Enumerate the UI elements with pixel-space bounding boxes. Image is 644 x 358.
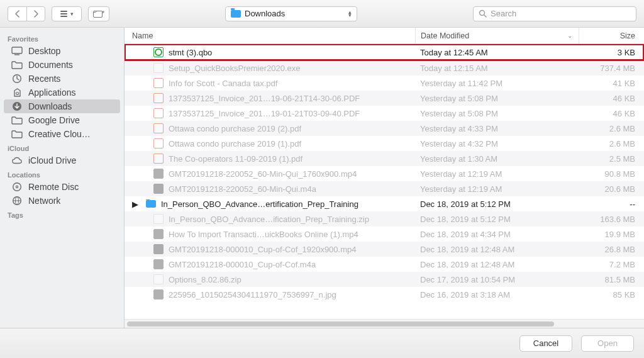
view-mode-button[interactable]: ▾ [52, 6, 82, 21]
file-icon [153, 47, 164, 57]
file-name: GMT20191218-220052_60-Min-Qui.m4a [169, 184, 316, 194]
column-name[interactable]: Name [125, 31, 415, 40]
cancel-button[interactable]: Cancel [519, 335, 572, 352]
path-label: Downloads [245, 9, 285, 18]
popup-arrows-icon: ▴▾ [348, 11, 352, 17]
table-row[interactable]: Options_8.02.86.zipDec 17, 2019 at 10:54… [125, 272, 644, 287]
sidebar-item-documents[interactable]: Documents [0, 58, 124, 72]
file-date: Yesterday at 12:19 AM [415, 184, 579, 194]
sidebar-item-desktop[interactable]: Desktop [0, 44, 124, 58]
table-row[interactable]: 1373537125_Invoice_201…19-06-21T14-30-06… [125, 91, 644, 106]
sidebar-item-network[interactable]: Network [0, 194, 124, 208]
file-name: In_Person_QBO_Advance…ertification_Prep_… [161, 199, 358, 209]
scrollbar-thumb[interactable] [127, 322, 554, 327]
file-size: 2.6 MB [579, 139, 644, 148]
folder-icon [11, 130, 23, 138]
file-date: Yesterday at 1:30 AM [415, 154, 579, 164]
horizontal-scrollbar[interactable] [125, 319, 644, 328]
file-icon [153, 123, 164, 133]
file-date: Dec 18, 2019 at 4:34 PM [415, 230, 579, 239]
sidebar-heading: Favorites [0, 31, 124, 44]
sidebar-item-applications[interactable]: Applications [0, 86, 124, 99]
file-list[interactable]: stmt (3).qboToday at 12:45 AM3 KBSetup_Q… [125, 44, 644, 319]
file-icon [153, 259, 164, 269]
file-date: Dec 16, 2019 at 3:18 AM [415, 290, 579, 299]
sidebar-item-label: iCloud Drive [28, 155, 76, 165]
sidebar-heading: Tags [0, 208, 124, 220]
file-name: Ottawa condo purchase 2019 (1).pdf [169, 139, 301, 148]
sidebar-item-downloads[interactable]: Downloads [4, 99, 120, 113]
table-row[interactable]: Info for Scott - Canada tax.pdfYesterday… [125, 76, 644, 91]
file-name: The Co-operators 11-09-2019 (1).pdf [169, 154, 303, 164]
file-name: Info for Scott - Canada tax.pdf [169, 79, 277, 88]
file-icon [153, 108, 164, 118]
file-name: GMT20191218-000010_Cup-of-Cof.m4a [169, 260, 316, 269]
table-row[interactable]: The Co-operators 11-09-2019 (1).pdfYeste… [125, 151, 644, 166]
table-row[interactable]: Ottawa condo purchase 2019 (1).pdfYester… [125, 136, 644, 151]
table-row[interactable]: 225956_10150254304111970_7536997_n.jpgDe… [125, 287, 644, 302]
table-row[interactable]: Ottawa condo purchase 2019 (2).pdfYester… [125, 121, 644, 136]
table-row[interactable]: GMT20191218-220052_60-Min-Qui_1760x900.m… [125, 166, 644, 181]
sidebar-item-label: Downloads [28, 101, 72, 111]
file-size: -- [579, 199, 644, 209]
sidebar-item-google-drive[interactable]: Google Drive [0, 113, 124, 127]
table-row[interactable]: In_Person_QBO_Advance…ification_Prep_Tra… [125, 211, 644, 227]
file-size: 3 KB [579, 48, 644, 57]
file-icon [153, 184, 164, 194]
file-name: Ottawa condo purchase 2019 (2).pdf [169, 124, 301, 133]
file-date: Yesterday at 11:42 PM [415, 79, 579, 88]
table-row[interactable]: ▶In_Person_QBO_Advance…ertification_Prep… [125, 196, 644, 211]
table-row[interactable]: GMT20191218-000010_Cup-of-Cof.m4aDec 18,… [125, 257, 644, 272]
sidebar-item-label: Google Drive [28, 115, 80, 125]
sidebar-heading: iCloud [0, 141, 124, 154]
file-date: Yesterday at 4:33 PM [415, 124, 579, 133]
open-button[interactable]: Open [581, 335, 634, 352]
path-popup[interactable]: Downloads ▴▾ [225, 6, 357, 21]
table-row[interactable]: Setup_QuickBooksPremier2020.exeToday at … [125, 60, 644, 76]
file-date: Today at 12:15 AM [415, 64, 579, 73]
search-placeholder: Search [491, 9, 516, 18]
table-row[interactable]: How To Import Transacti…uickBooks Online… [125, 227, 644, 242]
file-name: GMT20191218-000010_Cup-of-Cof_1920x900.m… [169, 245, 356, 254]
sidebar-item-label: Documents [28, 60, 73, 70]
table-row[interactable]: 1373537125_Invoice_201…19-01-21T03-09-40… [125, 106, 644, 121]
file-icon [153, 214, 164, 224]
sidebar-item-label: Recents [28, 74, 60, 84]
file-icon [153, 138, 164, 148]
file-size: 19.9 MB [579, 230, 644, 239]
file-icon [153, 78, 164, 88]
column-size[interactable]: Size [579, 28, 644, 43]
file-date: Yesterday at 4:32 PM [415, 139, 579, 148]
sidebar-item-recents[interactable]: Recents [0, 72, 124, 86]
desktop-icon [11, 47, 23, 55]
file-icon [153, 93, 164, 103]
table-row[interactable]: GMT20191218-000010_Cup-of-Cof_1920x900.m… [125, 242, 644, 257]
file-name: 225956_10150254304111970_7536997_n.jpg [169, 290, 336, 299]
back-button[interactable] [8, 6, 26, 21]
sidebar-item-remote-disc[interactable]: Remote Disc [0, 180, 124, 194]
search-icon [479, 9, 487, 18]
sidebar-item-icloud-drive[interactable]: iCloud Drive [0, 154, 124, 167]
table-row[interactable]: GMT20191218-220052_60-Min-Qui.m4aYesterd… [125, 181, 644, 196]
file-icon [153, 63, 164, 73]
file-date: Dec 18, 2019 at 12:48 AM [415, 245, 579, 254]
forward-button[interactable] [26, 6, 45, 21]
folder-icon [146, 200, 156, 208]
file-size: 2.6 MB [579, 124, 644, 133]
file-size: 163.6 MB [579, 215, 644, 224]
file-name: Setup_QuickBooksPremier2020.exe [169, 64, 301, 73]
disclosure-icon: ▶ [132, 199, 141, 209]
table-row[interactable]: stmt (3).qboToday at 12:45 AM3 KB [125, 44, 644, 60]
sidebar-item-creative-clou-[interactable]: Creative Clou… [0, 127, 124, 141]
folder-icon [11, 116, 23, 125]
sort-desc-icon: ⌄ [567, 32, 572, 39]
column-date[interactable]: Date Modified ⌄ [415, 28, 579, 43]
sidebar-item-label: Creative Clou… [28, 129, 91, 139]
folder-icon [11, 60, 23, 69]
search-field[interactable]: Search [473, 6, 636, 21]
file-icon [153, 289, 164, 299]
file-icon [153, 274, 164, 284]
new-folder-button[interactable] [88, 6, 109, 21]
file-date: Dec 17, 2019 at 10:54 PM [415, 275, 579, 284]
content: Name Date Modified ⌄ Size stmt (3).qboTo… [125, 28, 644, 328]
